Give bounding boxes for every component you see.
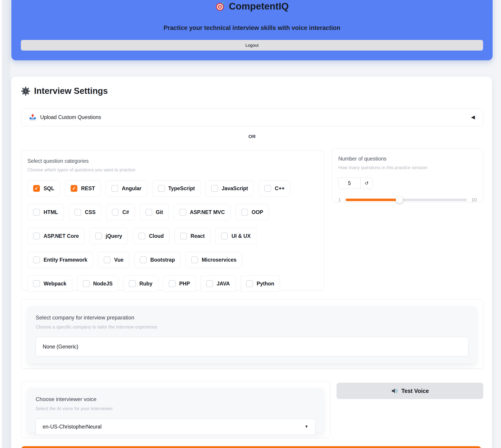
category-checkbox-git[interactable]: Git <box>140 204 169 220</box>
checkbox-unchecked-icon <box>264 185 271 192</box>
company-inner-card: Select company for interview preparation… <box>27 306 477 363</box>
category-checkbox-cloud[interactable]: Cloud <box>133 228 169 244</box>
company-selected-value: None (Generic) <box>43 344 78 350</box>
checkbox-unchecked-icon <box>112 209 119 216</box>
questions-subtitle: How many questions in this practice sess… <box>338 165 477 170</box>
category-row: ✓SQL✓RESTAngularTypeScriptJavaScriptC++ <box>27 180 317 197</box>
category-checkbox-php[interactable]: PHP <box>163 275 196 292</box>
voice-select[interactable]: en-US-ChristopherNeural ▼ <box>36 418 315 435</box>
checkbox-unchecked-icon <box>211 185 218 192</box>
checkbox-unchecked-icon <box>95 233 102 240</box>
category-label: Python <box>257 281 274 287</box>
checkbox-checked-icon: ✓ <box>33 185 40 192</box>
questions-count-input[interactable] <box>338 178 360 189</box>
checkbox-unchecked-icon <box>138 233 145 240</box>
slider-thumb[interactable] <box>396 196 403 203</box>
category-row: ASP.NET CorejQueryCloudReactUI & UX <box>27 228 317 244</box>
category-checkbox-c-[interactable]: C# <box>106 204 134 220</box>
checkbox-unchecked-icon <box>221 233 228 240</box>
category-checkbox-microservices[interactable]: Microservices <box>186 252 242 268</box>
category-checkbox-ui-ux[interactable]: UI & UX <box>215 228 256 244</box>
checkbox-unchecked-icon <box>180 233 187 240</box>
checkbox-unchecked-icon <box>206 280 213 287</box>
app-root: CompetentIQ Practice your technical inte… <box>0 0 501 448</box>
checkbox-unchecked-icon <box>74 209 81 216</box>
category-label: Bootstrap <box>150 257 175 263</box>
upload-expander-label: Upload Custom Questions <box>40 114 101 120</box>
category-label: HTML <box>44 209 58 215</box>
company-select[interactable]: None (Generic) <box>36 337 468 356</box>
gear-icon <box>21 86 30 96</box>
logout-button[interactable]: Logout <box>21 40 483 50</box>
category-label: Entity Framework <box>44 257 87 263</box>
category-label: Cloud <box>149 233 164 239</box>
checkbox-unchecked-icon <box>140 256 147 263</box>
category-checkbox-jquery[interactable]: jQuery <box>90 228 128 244</box>
category-checkbox-css[interactable]: CSS <box>69 204 101 220</box>
category-checkbox-webpack[interactable]: Webpack <box>27 275 72 292</box>
checkbox-unchecked-icon <box>145 209 152 216</box>
checkbox-unchecked-icon <box>33 233 40 240</box>
number-of-questions-panel: Number of questions How many questions i… <box>332 148 483 202</box>
voice-selected-value: en-US-ChristopherNeural <box>43 424 102 430</box>
checkbox-checked-icon: ✓ <box>70 185 77 192</box>
category-checkbox-entity-framework[interactable]: Entity Framework <box>27 252 93 268</box>
category-checkbox-html[interactable]: HTML <box>27 204 64 220</box>
slider-fill <box>346 199 400 201</box>
category-label: Webpack <box>44 281 67 287</box>
category-label: Git <box>156 209 163 215</box>
category-checkbox-asp-net-mvc[interactable]: ASP.NET MVC <box>174 204 231 220</box>
voice-panel: Choose interviewer voice Select the AI v… <box>21 381 330 438</box>
checkbox-unchecked-icon <box>129 280 136 287</box>
category-checkbox-javascript[interactable]: JavaScript <box>206 180 254 197</box>
test-voice-button[interactable]: Test Voice <box>336 383 483 399</box>
category-checkbox-vue[interactable]: Vue <box>98 252 129 268</box>
category-label: JAVA <box>217 281 230 287</box>
category-label: PHP <box>179 281 190 287</box>
questions-title: Number of questions <box>338 156 477 162</box>
checkbox-unchecked-icon <box>191 256 198 263</box>
checkbox-unchecked-icon <box>158 185 165 192</box>
category-label: REST <box>81 185 95 192</box>
checkbox-unchecked-icon <box>111 185 118 192</box>
category-label: TypeScript <box>168 185 195 192</box>
checkbox-unchecked-icon <box>33 256 40 263</box>
page-left-gutter <box>2 0 10 448</box>
category-checkbox-sql[interactable]: ✓SQL <box>27 180 60 197</box>
page-left-sliver <box>0 0 2 448</box>
category-rows: ✓SQL✓RESTAngularTypeScriptJavaScriptC++H… <box>27 180 317 292</box>
company-title: Select company for interview preparation <box>36 315 468 321</box>
category-checkbox-nodejs[interactable]: NodeJS <box>77 275 118 292</box>
category-checkbox-react[interactable]: React <box>174 228 211 244</box>
company-panel: Select company for interview preparation… <box>21 299 483 369</box>
category-row: Entity FrameworkVueBootstrapMicroservice… <box>27 252 317 268</box>
category-checkbox-typescript[interactable]: TypeScript <box>152 180 200 197</box>
expander-collapsed-arrow-icon: ◀ <box>471 114 475 120</box>
category-checkbox-asp-net-core[interactable]: ASP.NET Core <box>27 228 85 244</box>
category-checkbox-bootstrap[interactable]: Bootstrap <box>134 252 181 268</box>
settings-card: Interview Settings Upload Custom Questio… <box>11 77 492 448</box>
app-title: CompetentIQ <box>229 1 289 12</box>
checkbox-unchecked-icon <box>246 280 253 287</box>
category-label: C# <box>122 209 129 215</box>
voice-inner-card: Choose interviewer voice Select the AI v… <box>27 387 324 432</box>
question-categories-panel: Select question categories Choose which … <box>21 151 324 291</box>
or-divider: OR <box>21 134 483 139</box>
questions-slider[interactable] <box>346 199 467 201</box>
category-checkbox-python[interactable]: Python <box>240 275 280 292</box>
start-interview-button-partial[interactable] <box>21 446 482 448</box>
slider-max-label: 10 <box>471 197 477 202</box>
category-checkbox-c-[interactable]: C++ <box>259 180 290 197</box>
checkbox-unchecked-icon <box>169 280 176 287</box>
category-checkbox-rest[interactable]: ✓REST <box>65 180 100 197</box>
category-checkbox-oop[interactable]: OOP <box>235 204 269 220</box>
voice-title: Choose interviewer voice <box>36 396 315 402</box>
category-checkbox-java[interactable]: JAVA <box>200 275 235 292</box>
category-checkbox-angular[interactable]: Angular <box>106 180 147 197</box>
category-checkbox-ruby[interactable]: Ruby <box>123 275 158 292</box>
category-label: Angular <box>122 185 142 192</box>
questions-reset-button[interactable]: ↺ <box>360 178 373 189</box>
chevron-down-icon: ▼ <box>304 424 308 429</box>
checkbox-unchecked-icon <box>33 280 40 287</box>
upload-questions-expander[interactable]: Upload Custom Questions ◀ <box>21 108 483 126</box>
